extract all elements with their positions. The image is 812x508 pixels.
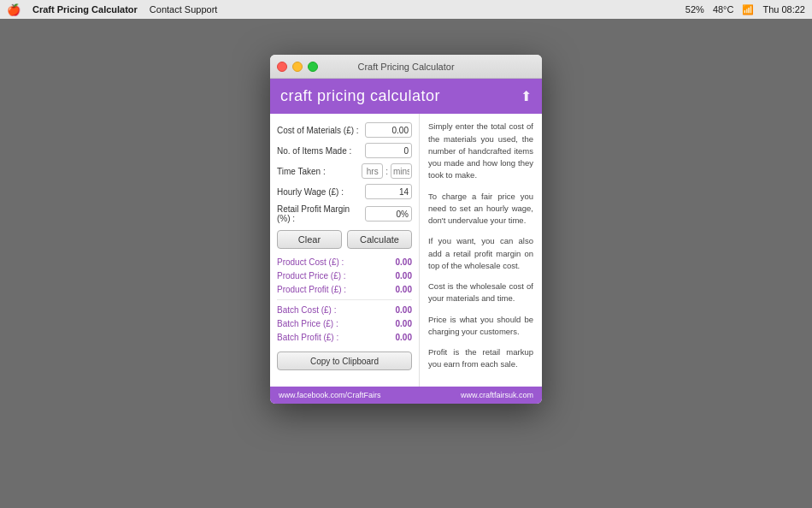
product-price-value: 0.00: [396, 271, 412, 281]
no-items-row: No. of Items Made :: [277, 143, 412, 158]
batch-price-row: Batch Price (£) : 0.00: [277, 319, 412, 328]
batch-profit-row: Batch Profit (£) : 0.00: [277, 333, 412, 342]
divider: [277, 299, 412, 300]
hourly-wage-label: Hourly Wage (£) :: [277, 187, 365, 197]
close-button[interactable]: [277, 62, 287, 72]
desktop: Craft Pricing Calculator craft pricing c…: [0, 19, 812, 508]
footer-facebook-link[interactable]: www.facebook.com/CraftFairs: [279, 391, 381, 399]
menu-bar-app-name: Craft Pricing Calculator: [32, 4, 138, 15]
apple-logo-icon[interactable]: 🍎: [7, 3, 21, 16]
left-panel: Cost of Materials (£) : No. of Items Mad…: [270, 114, 420, 386]
menu-bar: 🍎 Craft Pricing Calculator Contact Suppo…: [0, 0, 812, 19]
temperature: 48°C: [713, 4, 734, 15]
product-price-row: Product Price (£) : 0.00: [277, 271, 412, 281]
share-icon[interactable]: ⬆: [521, 88, 532, 104]
time-hrs-input[interactable]: [362, 163, 383, 179]
time-taken-row: Time Taken : :: [277, 163, 412, 179]
retail-margin-row: Retail Profit Margin (%) :: [277, 204, 412, 223]
clock: Thu 08:22: [762, 4, 805, 15]
no-items-label: No. of Items Made :: [277, 146, 365, 156]
info-para-5: Price is what you should be charging you…: [428, 314, 533, 339]
app-header-title: craft pricing calculator: [280, 87, 440, 105]
batch-profit-label: Batch Profit (£) :: [277, 333, 338, 342]
copy-clipboard-button[interactable]: Copy to Clipboard: [277, 351, 412, 370]
app-footer: www.facebook.com/CraftFairs www.craftfai…: [270, 387, 542, 404]
clear-button[interactable]: Clear: [277, 230, 342, 249]
batch-cost-row: Batch Cost (£) : 0.00: [277, 305, 412, 315]
wifi-icon: 📶: [742, 4, 754, 15]
info-para-6: Profit is the retail markup you earn fro…: [428, 346, 533, 371]
right-panel: Simply enter the total cost of the mater…: [420, 114, 542, 386]
batch-cost-label: Batch Cost (£) :: [277, 305, 336, 315]
title-bar: Craft Pricing Calculator: [270, 55, 542, 79]
product-cost-label: Product Cost (£) :: [277, 257, 344, 267]
info-para-2: To charge a fair price you need to set a…: [428, 191, 533, 227]
product-profit-value: 0.00: [396, 285, 412, 294]
info-para-1: Simply enter the total cost of the mater…: [428, 121, 533, 181]
info-para-4: Cost is the wholesale cost of your mater…: [428, 281, 533, 305]
info-para-3: If you want, you can also add a retail p…: [428, 235, 533, 272]
time-mins-input[interactable]: [391, 163, 412, 179]
time-inputs: :: [362, 163, 412, 179]
results-section: Product Cost (£) : 0.00 Product Price (£…: [277, 257, 412, 370]
batch-cost-value: 0.00: [396, 305, 412, 315]
product-cost-row: Product Cost (£) : 0.00: [277, 257, 412, 267]
no-items-input[interactable]: [365, 143, 412, 158]
menu-bar-left: 🍎 Craft Pricing Calculator Contact Suppo…: [7, 3, 217, 16]
retail-margin-label: Retail Profit Margin (%) :: [277, 204, 365, 223]
time-taken-label: Time Taken :: [277, 167, 362, 176]
button-row: Clear Calculate: [277, 230, 412, 249]
cost-materials-row: Cost of Materials (£) :: [277, 122, 412, 138]
batch-price-value: 0.00: [396, 319, 412, 328]
product-profit-label: Product Profit (£) :: [277, 285, 346, 294]
product-profit-row: Product Profit (£) : 0.00: [277, 285, 412, 294]
traffic-lights: [277, 62, 318, 72]
product-cost-value: 0.00: [396, 257, 412, 267]
menu-bar-contact-support[interactable]: Contact Support: [150, 4, 218, 15]
hourly-wage-row: Hourly Wage (£) :: [277, 184, 412, 199]
footer-website-link[interactable]: www.craftfairsuk.com: [461, 391, 533, 399]
batch-profit-value: 0.00: [396, 333, 412, 342]
battery-percentage: 52%: [685, 4, 704, 15]
time-separator: :: [385, 167, 388, 176]
app-window: Craft Pricing Calculator craft pricing c…: [270, 55, 542, 403]
product-price-label: Product Price (£) :: [277, 271, 346, 281]
hourly-wage-input[interactable]: [365, 184, 412, 199]
batch-price-label: Batch Price (£) :: [277, 319, 338, 328]
minimize-button[interactable]: [292, 62, 303, 72]
calculate-button[interactable]: Calculate: [347, 230, 412, 249]
menu-bar-right: 52% 48°C 📶 Thu 08:22: [685, 4, 805, 15]
retail-margin-input[interactable]: [365, 206, 412, 222]
app-content: Cost of Materials (£) : No. of Items Mad…: [270, 114, 542, 386]
window-title: Craft Pricing Calculator: [357, 62, 454, 72]
cost-materials-label: Cost of Materials (£) :: [277, 126, 365, 135]
cost-materials-input[interactable]: [365, 122, 412, 138]
app-header: craft pricing calculator ⬆: [270, 79, 542, 114]
maximize-button[interactable]: [308, 62, 318, 72]
